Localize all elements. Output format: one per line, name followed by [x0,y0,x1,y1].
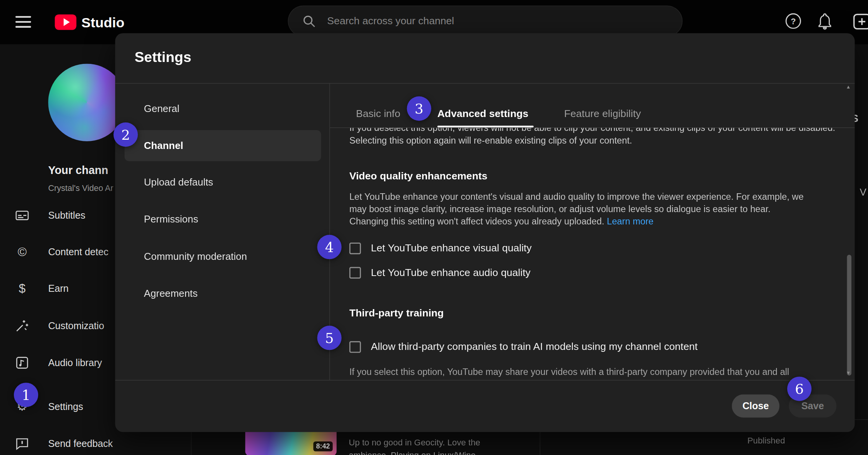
checkbox-label: Let YouTube enhance visual quality [371,242,532,254]
dialog-nav-community-moderation[interactable]: Community moderation [125,241,321,272]
wand-icon [14,314,30,337]
video-description: Up to no good in Geocity. Love the ambie… [349,436,485,455]
dialog-nav-permissions[interactable]: Permissions [125,204,321,235]
checkbox-label: Allow third-party companies to train AI … [371,341,698,353]
help-button[interactable]: ? [786,13,801,29]
music-icon [14,352,30,374]
sidebar-item-label: Subtitles [48,204,85,227]
tab-advanced-settings[interactable]: Advanced settings [437,100,529,127]
sidebar-item-label: Earn [48,278,68,300]
sidebar-item-send-feedback[interactable]: Send feedback [0,433,191,455]
question-icon: ? [791,17,796,25]
channel-name: Your chann [48,164,108,177]
step-badge-2: 2 [114,122,138,147]
sidebar-item-label: Customizatio [48,314,104,337]
tab-feature-eligibility[interactable]: Feature eligibility [564,100,641,127]
dialog-nav-channel[interactable]: Channel [125,130,321,161]
video-quality-heading: Video quality enhancements [349,169,855,183]
youtube-logo-icon [55,14,76,30]
background-fragment: V [860,187,866,198]
dialog-title: Settings [135,49,192,66]
subtitles-icon [14,204,30,227]
dialog-scroll-area: If you deselect this option, viewers wil… [349,128,855,380]
scroll-up-arrow[interactable]: ▲ [846,84,851,90]
step-badge-5: 5 [317,326,341,350]
feedback-icon [14,433,30,455]
step-badge-3: 3 [407,96,431,120]
third-party-heading: Third-party training [349,306,855,320]
visual-quality-checkbox[interactable] [349,242,361,254]
brand-text: Studio [82,14,125,30]
video-quality-description: Let YouTube enhance your content's visua… [349,191,810,227]
settings-dialog: Settings General Channel Upload defaults… [115,33,855,432]
sidebar-item-label: Settings [48,395,83,418]
third-party-note: If you select this option, YouTube may s… [349,366,831,378]
divider [115,83,855,84]
third-party-checkbox[interactable] [349,341,361,353]
channel-subtitle: Crystal's Video Ar [48,183,113,192]
video-duration-badge: 8:42 [313,442,332,452]
search-icon [302,14,316,28]
learn-more-link[interactable]: Learn more [607,216,653,226]
visibility-status: Published [747,436,785,446]
dialog-nav-upload-defaults[interactable]: Upload defaults [125,167,321,198]
checkbox-label: Let YouTube enhance audio quality [371,266,531,279]
copyright-icon: © [14,241,30,263]
notifications-icon[interactable] [816,13,833,30]
dialog-nav-agreements[interactable]: Agreements [125,278,321,309]
checkbox-row-third-party: Allow third-party companies to train AI … [349,340,855,353]
close-button[interactable]: Close [732,394,780,417]
tab-basic-info[interactable]: Basic info [356,100,400,127]
youtube-studio-app: Studio ? Your chann Crystal's Video Ar S… [0,0,868,455]
audio-quality-checkbox[interactable] [349,267,361,278]
sidebar-item-label: Send feedback [48,433,113,455]
checkbox-row-visual-quality: Let YouTube enhance visual quality [349,241,855,255]
checkbox-row-audio-quality: Let YouTube enhance audio quality [349,266,855,279]
channel-search[interactable] [288,5,683,37]
step-badge-6: 6 [787,376,811,401]
clip-setting-text: If you deselect this option, viewers wil… [349,128,839,147]
youtube-studio-logo[interactable]: Studio [55,12,124,33]
step-badge-4: 4 [317,235,341,259]
create-button[interactable] [853,13,868,30]
scroll-down-arrow[interactable]: ▼ [846,370,851,375]
scrollbar-thumb[interactable] [847,255,851,376]
menu-icon[interactable] [15,16,31,30]
search-input[interactable] [326,14,638,28]
screen: Studio ? Your chann Crystal's Video Ar S… [0,0,868,455]
dialog-nav-general[interactable]: General [125,93,321,124]
sidebar-item-label: Audio library [48,352,102,374]
divider [115,380,855,380]
step-badge-1: 1 [14,383,38,407]
sidebar-item-label: Content detec [48,241,108,263]
dollar-icon: $ [14,278,30,300]
